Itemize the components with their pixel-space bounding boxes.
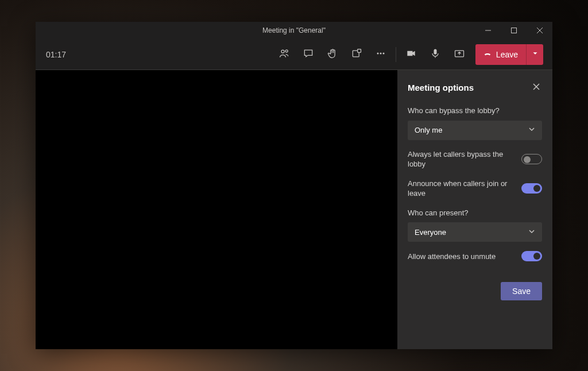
svg-rect-7 [358, 49, 361, 52]
announce-toggle[interactable] [521, 183, 542, 194]
panel-body: Who can bypass the lobby? Only me Always… [397, 102, 552, 300]
svg-rect-11 [434, 49, 436, 54]
panel-header: Meeting options [397, 70, 552, 102]
call-timer: 01:17 [46, 50, 66, 59]
people-icon [278, 48, 290, 61]
toolbar-center-group [273, 43, 392, 66]
microphone-button[interactable] [424, 43, 447, 66]
window-title: Meeting in "General" [262, 26, 326, 34]
leave-button[interactable]: Leave [475, 44, 526, 65]
meeting-window: Meeting in "General" 01:17 [36, 22, 552, 349]
share-screen-button[interactable] [448, 43, 471, 66]
breakout-rooms-button[interactable] [345, 43, 368, 66]
field-present: Who can present? Everyone [408, 208, 542, 242]
titlebar: Meeting in "General" [36, 22, 552, 39]
field-unmute: Allow attendees to unmute [408, 251, 542, 261]
present-label: Who can present? [408, 208, 542, 218]
participants-button[interactable] [273, 43, 296, 66]
toolbar-media-group [400, 43, 471, 66]
camera-icon [405, 48, 417, 61]
field-callers-bypass: Always let callers bypass the lobby [408, 149, 542, 169]
chevron-down-icon [528, 126, 535, 134]
leave-options-button[interactable] [526, 44, 543, 65]
svg-rect-1 [511, 28, 516, 33]
panel-title: Meeting options [408, 83, 474, 92]
panel-close-button[interactable] [529, 80, 543, 94]
toolbar-divider [396, 47, 396, 62]
close-icon [533, 82, 540, 92]
ellipsis-icon [375, 48, 386, 61]
camera-button[interactable] [400, 43, 423, 66]
meeting-options-panel: Meeting options Who can bypass the lobby… [397, 70, 552, 349]
window-controls [475, 22, 552, 39]
unmute-toggle[interactable] [521, 251, 542, 261]
chat-button[interactable] [297, 43, 320, 66]
unmute-label: Allow attendees to unmute [408, 252, 514, 262]
leave-control: Leave [475, 44, 543, 65]
microphone-icon [430, 48, 441, 61]
hangup-icon [483, 49, 492, 59]
raise-hand-button[interactable] [321, 43, 344, 66]
video-stage [36, 70, 397, 349]
svg-point-4 [281, 50, 284, 53]
chat-icon [303, 48, 314, 61]
bypass-lobby-select[interactable]: Only me [408, 121, 542, 140]
content-area: Meeting options Who can bypass the lobby… [36, 70, 552, 349]
field-announce: Announce when callers join or leave [408, 179, 542, 199]
save-row: Save [408, 282, 542, 300]
chevron-down-icon [528, 228, 535, 237]
maximize-button[interactable] [501, 22, 527, 39]
callers-bypass-toggle[interactable] [521, 154, 542, 164]
svg-point-9 [380, 52, 381, 54]
present-select[interactable]: Everyone [408, 222, 542, 242]
minimize-button[interactable] [475, 22, 501, 39]
bypass-lobby-label: Who can bypass the lobby? [408, 106, 542, 116]
save-label: Save [512, 287, 531, 296]
chevron-down-icon [531, 49, 539, 60]
svg-point-8 [377, 52, 378, 54]
save-button[interactable]: Save [501, 282, 542, 300]
share-icon [454, 48, 465, 61]
announce-label: Announce when callers join or leave [408, 179, 514, 199]
leave-label: Leave [496, 50, 518, 59]
svg-point-10 [382, 52, 384, 54]
close-window-button[interactable] [527, 22, 552, 39]
present-value: Everyone [415, 228, 446, 237]
callers-bypass-label: Always let callers bypass the lobby [408, 149, 514, 169]
field-bypass-lobby: Who can bypass the lobby? Only me [408, 106, 542, 140]
more-actions-button[interactable] [369, 43, 392, 66]
meeting-toolbar: 01:17 [36, 39, 552, 70]
svg-point-5 [285, 49, 288, 52]
hand-icon [327, 48, 338, 61]
bypass-lobby-value: Only me [415, 126, 442, 134]
rooms-icon [351, 48, 362, 61]
